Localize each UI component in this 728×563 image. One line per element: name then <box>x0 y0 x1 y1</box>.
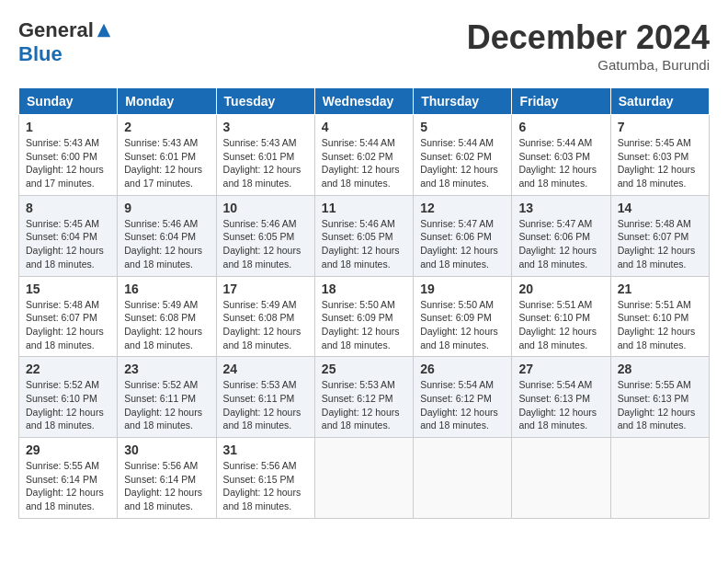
calendar-cell: 7 Sunrise: 5:45 AM Sunset: 6:03 PM Dayli… <box>610 115 709 196</box>
day-info: Sunrise: 5:44 AM Sunset: 6:02 PM Dayligh… <box>322 136 406 190</box>
day-info: Sunrise: 5:48 AM Sunset: 6:07 PM Dayligh… <box>618 217 702 271</box>
calendar-cell: 8 Sunrise: 5:45 AM Sunset: 6:04 PM Dayli… <box>19 195 118 276</box>
calendar-cell: 1 Sunrise: 5:43 AM Sunset: 6:00 PM Dayli… <box>19 115 118 196</box>
daylight-label: Daylight: 12 hours and 17 minutes. <box>124 164 202 189</box>
calendar-cell: 11 Sunrise: 5:46 AM Sunset: 6:05 PM Dayl… <box>314 195 413 276</box>
sunset-label: Sunset: 6:05 PM <box>223 231 295 242</box>
daylight-label: Daylight: 12 hours and 18 minutes. <box>223 407 301 431</box>
sunrise-label: Sunrise: 5:47 AM <box>518 218 592 229</box>
daylight-label: Daylight: 12 hours and 18 minutes. <box>618 245 696 270</box>
sunrise-label: Sunrise: 5:45 AM <box>26 218 99 229</box>
sunrise-label: Sunrise: 5:43 AM <box>26 137 99 148</box>
header-saturday: Saturday <box>610 88 709 115</box>
calendar-cell: 23 Sunrise: 5:52 AM Sunset: 6:11 PM Dayl… <box>118 357 216 438</box>
sunrise-label: Sunrise: 5:51 AM <box>518 299 592 310</box>
day-info: Sunrise: 5:43 AM Sunset: 6:01 PM Dayligh… <box>124 136 209 190</box>
week-row-4: 22 Sunrise: 5:52 AM Sunset: 6:10 PM Dayl… <box>19 357 710 438</box>
sunrise-label: Sunrise: 5:50 AM <box>322 299 395 310</box>
calendar-cell: 9 Sunrise: 5:46 AM Sunset: 6:04 PM Dayli… <box>118 195 216 276</box>
sunrise-label: Sunrise: 5:55 AM <box>618 379 691 390</box>
day-number: 13 <box>518 201 603 215</box>
calendar-cell: 29 Sunrise: 5:55 AM Sunset: 6:14 PM Dayl… <box>19 438 118 519</box>
sunset-label: Sunset: 6:01 PM <box>124 151 196 162</box>
sunset-label: Sunset: 6:08 PM <box>124 312 196 323</box>
sunset-label: Sunset: 6:03 PM <box>618 151 689 162</box>
calendar-cell: 10 Sunrise: 5:46 AM Sunset: 6:05 PM Dayl… <box>216 195 314 276</box>
calendar-cell <box>610 438 709 519</box>
day-number: 11 <box>322 201 406 215</box>
week-row-3: 15 Sunrise: 5:48 AM Sunset: 6:07 PM Dayl… <box>19 276 710 357</box>
calendar-cell: 3 Sunrise: 5:43 AM Sunset: 6:01 PM Dayli… <box>216 115 314 196</box>
daylight-label: Daylight: 12 hours and 18 minutes. <box>124 487 202 511</box>
sunset-label: Sunset: 6:01 PM <box>223 151 295 162</box>
day-info: Sunrise: 5:56 AM Sunset: 6:15 PM Dayligh… <box>223 459 308 513</box>
logo-general-text: General <box>18 18 94 42</box>
day-number: 8 <box>26 201 110 215</box>
daylight-label: Daylight: 12 hours and 18 minutes. <box>618 164 696 189</box>
sunset-label: Sunset: 6:11 PM <box>124 393 196 404</box>
day-number: 16 <box>124 282 209 296</box>
day-number: 10 <box>223 201 308 215</box>
sunset-label: Sunset: 6:12 PM <box>420 393 492 404</box>
sunrise-label: Sunrise: 5:52 AM <box>26 379 99 390</box>
calendar-cell: 25 Sunrise: 5:53 AM Sunset: 6:12 PM Dayl… <box>314 357 413 438</box>
day-number: 25 <box>322 362 406 376</box>
day-number: 21 <box>618 282 702 296</box>
day-info: Sunrise: 5:48 AM Sunset: 6:07 PM Dayligh… <box>26 298 110 352</box>
sunrise-label: Sunrise: 5:46 AM <box>322 218 395 229</box>
sunset-label: Sunset: 6:09 PM <box>420 312 492 323</box>
sunrise-label: Sunrise: 5:52 AM <box>124 379 198 390</box>
calendar-cell: 18 Sunrise: 5:50 AM Sunset: 6:09 PM Dayl… <box>314 276 413 357</box>
day-info: Sunrise: 5:55 AM Sunset: 6:14 PM Dayligh… <box>26 459 110 513</box>
day-info: Sunrise: 5:46 AM Sunset: 6:05 PM Dayligh… <box>322 217 406 271</box>
day-number: 18 <box>322 282 406 296</box>
calendar-cell: 14 Sunrise: 5:48 AM Sunset: 6:07 PM Dayl… <box>610 195 709 276</box>
daylight-label: Daylight: 12 hours and 18 minutes. <box>322 407 400 431</box>
sunrise-label: Sunrise: 5:53 AM <box>223 379 297 390</box>
header-tuesday: Tuesday <box>216 88 314 115</box>
day-number: 5 <box>420 120 505 134</box>
day-info: Sunrise: 5:52 AM Sunset: 6:10 PM Dayligh… <box>26 378 110 432</box>
daylight-label: Daylight: 12 hours and 18 minutes. <box>26 487 104 511</box>
month-title: December 2024 <box>467 18 710 57</box>
svg-marker-0 <box>97 24 110 37</box>
sunrise-label: Sunrise: 5:55 AM <box>26 460 99 471</box>
sunrise-label: Sunrise: 5:54 AM <box>518 379 592 390</box>
sunrise-label: Sunrise: 5:48 AM <box>26 299 99 310</box>
day-number: 22 <box>26 362 110 376</box>
day-info: Sunrise: 5:47 AM Sunset: 6:06 PM Dayligh… <box>420 217 505 271</box>
page-header: General Blue December 2024 Gatumba, Buru… <box>18 18 710 73</box>
week-row-2: 8 Sunrise: 5:45 AM Sunset: 6:04 PM Dayli… <box>19 195 710 276</box>
daylight-label: Daylight: 12 hours and 18 minutes. <box>518 326 597 350</box>
calendar-cell <box>512 438 610 519</box>
day-info: Sunrise: 5:45 AM Sunset: 6:03 PM Dayligh… <box>618 136 702 190</box>
sunrise-label: Sunrise: 5:46 AM <box>124 218 198 229</box>
header-monday: Monday <box>118 88 216 115</box>
logo-icon <box>96 22 112 39</box>
day-info: Sunrise: 5:49 AM Sunset: 6:08 PM Dayligh… <box>124 298 209 352</box>
sunset-label: Sunset: 6:03 PM <box>518 151 590 162</box>
sunrise-label: Sunrise: 5:48 AM <box>618 218 691 229</box>
header-sunday: Sunday <box>19 88 118 115</box>
daylight-label: Daylight: 12 hours and 18 minutes. <box>223 164 301 189</box>
sunset-label: Sunset: 6:04 PM <box>26 231 97 242</box>
calendar-cell: 17 Sunrise: 5:49 AM Sunset: 6:08 PM Dayl… <box>216 276 314 357</box>
sunset-label: Sunset: 6:00 PM <box>26 151 97 162</box>
calendar-cell: 16 Sunrise: 5:49 AM Sunset: 6:08 PM Dayl… <box>118 276 216 357</box>
sunrise-label: Sunrise: 5:47 AM <box>420 218 494 229</box>
daylight-label: Daylight: 12 hours and 18 minutes. <box>322 245 400 270</box>
day-number: 20 <box>518 282 603 296</box>
calendar-cell: 5 Sunrise: 5:44 AM Sunset: 6:02 PM Dayli… <box>414 115 512 196</box>
header-friday: Friday <box>512 88 610 115</box>
daylight-label: Daylight: 12 hours and 18 minutes. <box>518 407 597 431</box>
sunset-label: Sunset: 6:08 PM <box>223 312 295 323</box>
calendar-cell: 28 Sunrise: 5:55 AM Sunset: 6:13 PM Dayl… <box>610 357 709 438</box>
daylight-label: Daylight: 12 hours and 18 minutes. <box>223 245 301 270</box>
week-row-1: 1 Sunrise: 5:43 AM Sunset: 6:00 PM Dayli… <box>19 115 710 196</box>
logo: General Blue <box>18 18 112 66</box>
sunrise-label: Sunrise: 5:43 AM <box>223 137 297 148</box>
week-row-5: 29 Sunrise: 5:55 AM Sunset: 6:14 PM Dayl… <box>19 438 710 519</box>
sunrise-label: Sunrise: 5:45 AM <box>618 137 691 148</box>
sunrise-label: Sunrise: 5:46 AM <box>223 218 297 229</box>
title-block: December 2024 Gatumba, Burundi <box>467 18 710 73</box>
